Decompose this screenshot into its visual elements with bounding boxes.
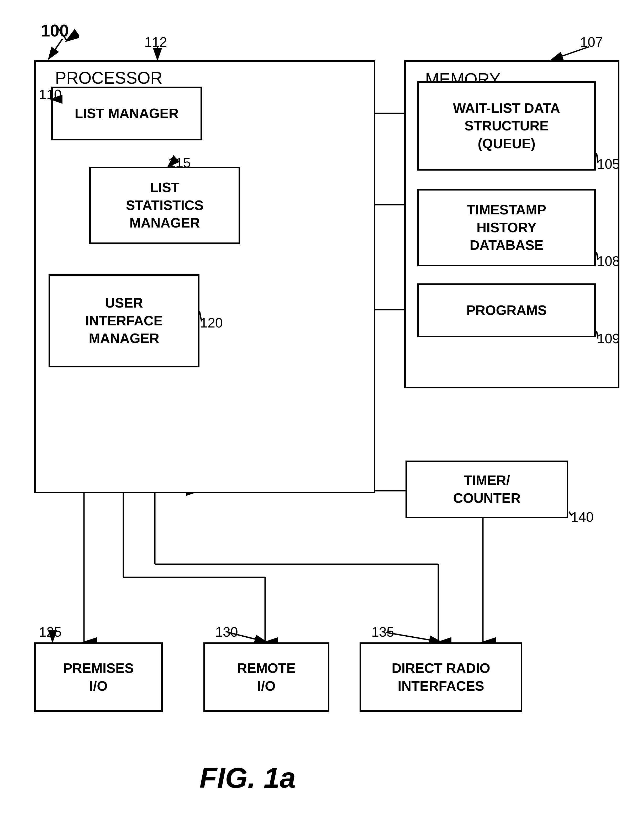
svg-line-24	[58, 28, 67, 41]
direct-radio-box: DIRECT RADIO INTERFACES	[360, 643, 522, 712]
ref-110: 110	[39, 87, 62, 103]
programs-box: PROGRAMS	[417, 283, 596, 337]
ref-105: 105	[597, 156, 620, 172]
ref-109: 109	[597, 331, 620, 346]
timestamp-label: TIMESTAMP HISTORY DATABASE	[467, 201, 546, 254]
direct-radio-label: DIRECT RADIO INTERFACES	[392, 660, 490, 695]
programs-label: PROGRAMS	[466, 302, 547, 319]
figure-caption: FIG. 1a	[199, 761, 296, 794]
ref-107: 107	[580, 34, 603, 50]
list-stats-box: LIST STATISTICS MANAGER	[89, 167, 240, 244]
ref-115: 115	[168, 155, 191, 171]
wait-list-label: WAIT-LIST DATA STRUCTURE (QUEUE)	[453, 99, 560, 153]
ref-125: 125	[39, 624, 62, 640]
diagram-container: 100 PROCESSOR 112 MEMORY 107 LIST MANAGE…	[0, 0, 632, 840]
list-stats-label: LIST STATISTICS MANAGER	[126, 179, 204, 232]
processor-label: PROCESSOR	[55, 68, 163, 88]
user-interface-label: USER INTERFACE MANAGER	[85, 294, 163, 347]
ref-108: 108	[597, 253, 620, 269]
timer-counter-box: TIMER/ COUNTER	[406, 461, 568, 518]
premises-io-label: PREMISES I/O	[63, 660, 134, 695]
ref-112: 112	[144, 34, 167, 50]
premises-io-box: PREMISES I/O	[34, 643, 163, 712]
ref-135: 135	[371, 624, 394, 640]
remote-io-box: REMOTE I/O	[204, 643, 329, 712]
ref-140: 140	[571, 509, 594, 525]
list-manager-label: LIST MANAGER	[75, 105, 179, 123]
ref-130: 130	[215, 624, 238, 640]
ref-100-arrow	[52, 25, 79, 51]
user-interface-box: USER INTERFACE MANAGER	[49, 274, 199, 367]
ref-120: 120	[200, 315, 223, 331]
list-manager-box: LIST MANAGER	[51, 87, 202, 141]
remote-io-label: REMOTE I/O	[237, 660, 295, 695]
wait-list-box: WAIT-LIST DATA STRUCTURE (QUEUE)	[417, 81, 596, 171]
timer-counter-label: TIMER/ COUNTER	[453, 472, 520, 507]
timestamp-box: TIMESTAMP HISTORY DATABASE	[417, 189, 596, 266]
